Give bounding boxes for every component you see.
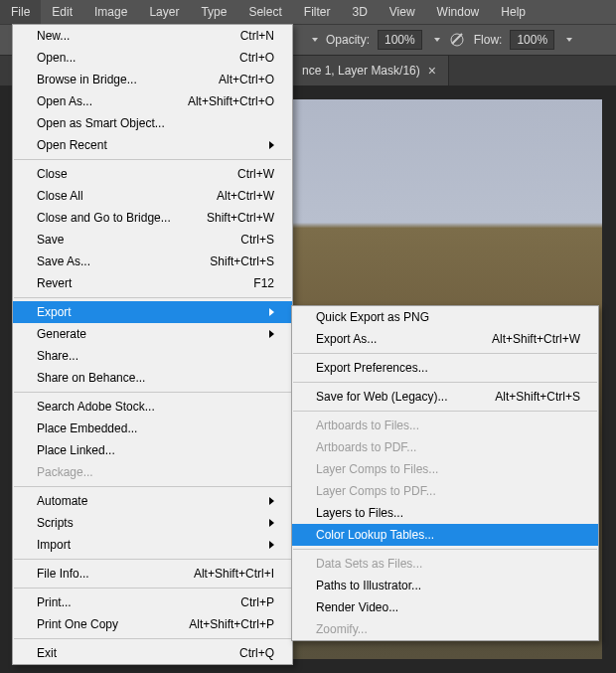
menu-filter[interactable]: Filter [293,0,342,24]
export-submenu: Quick Export as PNGExport As...Alt+Shift… [291,305,599,641]
menu-item-accelerator: Alt+Shift+Ctrl+S [495,390,580,404]
menu-item-label: Browse in Bridge... [37,73,219,86]
file-item-save[interactable]: SaveCtrl+S [13,229,292,251]
menu-item-label: Close All [37,189,217,203]
opacity-input[interactable]: 100% [378,30,422,50]
menu-help[interactable]: Help [490,0,537,24]
close-icon[interactable]: × [426,63,438,79]
menu-item-accelerator: Ctrl+O [239,51,274,65]
file-item-exit[interactable]: ExitCtrl+Q [13,642,292,664]
menu-item-label: Artboards to PDF... [316,440,580,454]
export-item-color-lookup-tables[interactable]: Color Lookup Tables... [292,524,598,546]
menu-item-label: Render Video... [316,600,580,614]
file-item-generate[interactable]: Generate [13,323,292,345]
export-item-paths-to-illustrator[interactable]: Paths to Illustrator... [292,575,598,596]
export-item-quick-export-as-png[interactable]: Quick Export as PNG [292,306,598,328]
file-item-revert[interactable]: RevertF12 [13,272,292,294]
file-item-automate[interactable]: Automate [13,490,292,512]
file-item-save-as[interactable]: Save As...Shift+Ctrl+S [13,251,292,272]
file-item-close-all[interactable]: Close AllAlt+Ctrl+W [13,185,292,207]
export-item-layers-to-files[interactable]: Layers to Files... [292,502,598,524]
file-item-import[interactable]: Import [13,534,292,556]
menu-item-label: Place Embedded... [37,421,274,435]
menu-item-accelerator: Ctrl+W [237,167,274,181]
menu-file[interactable]: File [0,0,41,24]
separator [293,411,597,412]
file-item-print-one-copy[interactable]: Print One CopyAlt+Shift+Ctrl+P [13,613,292,635]
file-item-export[interactable]: Export [13,301,292,323]
menu-item-label: File Info... [37,567,194,581]
menu-item-label: Export Preferences... [316,361,580,375]
separator [14,486,291,487]
menu-window[interactable]: Window [426,0,491,24]
menu-item-label: Place Linked... [37,443,274,457]
file-item-open-as-smart-object[interactable]: Open as Smart Object... [13,112,292,134]
file-item-new[interactable]: New...Ctrl+N [13,25,292,47]
menu-3d[interactable]: 3D [341,0,378,24]
file-item-close-and-go-to-bridge[interactable]: Close and Go to Bridge...Shift+Ctrl+W [13,207,292,229]
menu-item-label: Import [37,538,259,552]
menu-item-label: Automate [37,494,259,508]
menu-item-accelerator: Shift+Ctrl+S [210,254,274,268]
document-tab[interactable]: nce 1, Layer Mask/16) × [292,56,449,85]
file-item-file-info[interactable]: File Info...Alt+Shift+Ctrl+I [13,563,292,585]
file-item-package: Package... [13,461,292,483]
file-item-place-embedded[interactable]: Place Embedded... [13,418,292,439]
menu-item-label: New... [37,29,240,43]
menu-item-label: Scripts [37,516,259,530]
file-item-print[interactable]: Print...Ctrl+P [13,591,292,613]
document-tab-title: nce 1, Layer Mask/16) [302,64,420,78]
separator [14,392,291,393]
menubar: File Edit Image Layer Type Select Filter… [0,0,616,25]
export-item-render-video[interactable]: Render Video... [292,596,598,618]
file-item-search-adobe-stock[interactable]: Search Adobe Stock... [13,396,292,418]
separator [293,353,597,354]
file-item-share-on-behance[interactable]: Share on Behance... [13,367,292,389]
menu-type[interactable]: Type [190,0,237,24]
file-item-share[interactable]: Share... [13,345,292,367]
menu-image[interactable]: Image [83,0,138,24]
file-item-browse-in-bridge[interactable]: Browse in Bridge...Alt+Ctrl+O [13,69,292,90]
export-item-data-sets-as-files: Data Sets as Files... [292,553,598,575]
menu-item-label: Open As... [37,94,188,108]
chevron-right-icon [269,497,274,505]
menu-item-label: Print... [37,595,240,609]
menu-item-label: Close [37,167,237,181]
export-item-layer-comps-to-pdf: Layer Comps to PDF... [292,480,598,502]
menu-item-label: Quick Export as PNG [316,310,580,324]
chevron-right-icon [269,308,274,316]
menu-item-label: Share... [37,349,274,363]
menu-view[interactable]: View [379,0,426,24]
opacity-dropdown-icon[interactable] [434,38,440,42]
flow-input[interactable]: 100% [510,30,554,50]
menu-item-label: Package... [37,465,274,479]
file-item-place-linked[interactable]: Place Linked... [13,439,292,461]
preset-dropdown-icon[interactable] [312,38,318,42]
menu-item-label: Revert [37,276,253,290]
menu-item-label: Export [37,305,259,319]
menu-item-label: Save [37,233,240,247]
flow-dropdown-icon[interactable] [566,38,572,42]
export-item-artboards-to-files: Artboards to Files... [292,415,598,436]
export-item-zoomify: Zoomify... [292,618,598,640]
menu-select[interactable]: Select [237,0,292,24]
file-item-scripts[interactable]: Scripts [13,512,292,534]
menu-item-label: Exit [37,646,239,660]
menu-item-label: Export As... [316,332,492,346]
export-item-export-as[interactable]: Export As...Alt+Shift+Ctrl+W [292,328,598,350]
menu-item-label: Data Sets as Files... [316,557,580,571]
export-item-export-preferences[interactable]: Export Preferences... [292,357,598,379]
file-item-close[interactable]: CloseCtrl+W [13,163,292,185]
menu-layer[interactable]: Layer [138,0,190,24]
chevron-right-icon [269,330,274,338]
file-item-open-as[interactable]: Open As...Alt+Shift+Ctrl+O [13,90,292,112]
menu-item-label: Save As... [37,254,210,268]
file-item-open[interactable]: Open...Ctrl+O [13,47,292,69]
menu-item-accelerator: Ctrl+N [240,29,274,43]
export-item-save-for-web-legacy[interactable]: Save for Web (Legacy)...Alt+Shift+Ctrl+S [292,386,598,408]
menu-edit[interactable]: Edit [41,0,83,24]
separator [14,559,291,560]
file-item-open-recent[interactable]: Open Recent [13,134,292,156]
separator [14,588,291,589]
pressure-opacity-icon[interactable] [448,31,466,49]
